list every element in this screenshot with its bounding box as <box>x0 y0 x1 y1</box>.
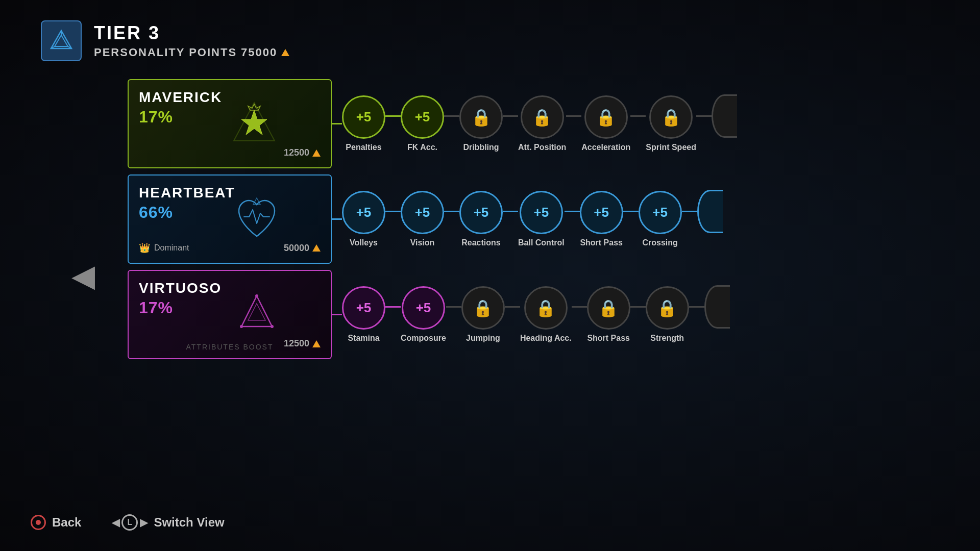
crown-icon: 👑 <box>139 242 150 254</box>
node-reactions-label: Reactions <box>461 238 500 247</box>
maverick-cost: 12500 <box>284 147 321 158</box>
node-crossing-circle: +5 <box>639 191 682 234</box>
nc2 <box>444 115 459 117</box>
node-penalties-value: +5 <box>356 109 372 125</box>
maverick-cost-value: 12500 <box>284 147 309 158</box>
nc-v1 <box>385 306 401 308</box>
switch-view-label: Switch View <box>154 515 224 530</box>
heartbeat-cost-value: 50000 <box>284 243 309 254</box>
node-acceleration-label: Acceleration <box>581 143 630 152</box>
node-volleys-value: +5 <box>356 205 372 220</box>
node-short-pass-hb[interactable]: +5 Short Pass <box>580 191 623 247</box>
virtuoso-cost-icon <box>312 340 321 347</box>
lock-icon-att: 🔒 <box>532 108 552 127</box>
node-reactions[interactable]: +5 Reactions <box>459 191 503 247</box>
node-crossing[interactable]: +5 Crossing <box>639 191 682 247</box>
lock-icon-accel: 🔒 <box>596 108 616 127</box>
maverick-name-block: MAVERICK 17% <box>139 89 222 127</box>
node-sho-partial-circle <box>704 285 730 329</box>
nc-hb6 <box>682 211 697 212</box>
node-heading-acc-label: Heading Acc. <box>520 334 572 343</box>
node-ball-control-label: Ball Control <box>518 238 565 247</box>
node-short-pass-v-circle: 🔒 <box>587 286 630 330</box>
svg-marker-10 <box>248 304 265 320</box>
virtuoso-row: VIRTUOSO 17% 12500 ATTRIBUTES BOOST <box>128 270 980 359</box>
node-strength: 🔒 Strength <box>646 286 689 343</box>
personality-points: PERSONALITY POINTS 75000 <box>94 46 289 59</box>
node-sprint-speed-circle: 🔒 <box>649 95 693 139</box>
l-badge: L <box>121 514 138 531</box>
nc-v5 <box>630 306 646 308</box>
heartbeat-cost: 50000 <box>284 243 321 254</box>
footer: Back ◀ L ▶ Switch View <box>31 514 225 531</box>
heartbeat-name: HEARTBEAT <box>139 185 235 201</box>
virtuoso-card-top: VIRTUOSO 17% <box>139 280 321 317</box>
node-stamina-label: Stamina <box>348 334 379 343</box>
node-reactions-value: +5 <box>474 205 489 220</box>
virtuoso-card[interactable]: VIRTUOSO 17% 12500 ATTRIBUTES BOOST <box>128 270 332 359</box>
svg-marker-6 <box>241 110 267 135</box>
back-button[interactable]: Back <box>31 515 81 530</box>
nc5 <box>630 115 646 117</box>
svg-point-12 <box>271 325 274 328</box>
node-ball-control[interactable]: +5 Ball Control <box>518 191 565 247</box>
node-fkacc[interactable]: +5 FK Acc. <box>401 95 444 152</box>
node-vision-circle: +5 <box>401 191 444 234</box>
svg-point-11 <box>255 294 258 297</box>
back-label: Back <box>52 515 81 530</box>
switch-view-wrap: ◀ L ▶ <box>112 514 148 531</box>
maverick-name: MAVERICK <box>139 89 222 106</box>
node-sho-partial <box>704 285 730 344</box>
heartbeat-card[interactable]: HEARTBEAT 66% 👑 Dominant 50000 <box>128 174 332 264</box>
dominant-label: 👑 Dominant <box>139 242 189 254</box>
node-jumping: 🔒 Jumping <box>461 286 505 343</box>
node-composure-value: +5 <box>416 300 431 316</box>
virtuoso-cost: 12500 <box>284 338 321 349</box>
svg-point-13 <box>240 325 243 328</box>
tier-title: TIER 3 <box>94 22 289 44</box>
nc-v4 <box>572 306 587 308</box>
tier-icon <box>41 20 82 61</box>
lock-icon-dribbling: 🔒 <box>471 108 492 127</box>
node-sprint-speed: 🔒 Sprint Speed <box>646 95 696 152</box>
dominant-text: Dominant <box>154 243 189 253</box>
maverick-card-bottom: 12500 <box>139 147 321 158</box>
l-arrow-left: ◀ <box>112 516 119 529</box>
virtuoso-name: VIRTUOSO <box>139 280 222 296</box>
node-penalties[interactable]: +5 Penalties <box>342 95 385 152</box>
nc-hb4 <box>565 211 580 212</box>
maverick-card[interactable]: MAVERICK 17% 12500 <box>128 79 332 168</box>
header: TIER 3 PERSONALITY POINTS 75000 <box>41 20 289 61</box>
maverick-cost-icon <box>312 149 321 157</box>
node-stamina[interactable]: +5 Stamina <box>342 286 385 343</box>
node-reactions-circle: +5 <box>459 191 503 234</box>
node-stamina-value: +5 <box>356 300 372 316</box>
node-fi-partial <box>712 94 737 153</box>
maverick-connector <box>332 123 342 124</box>
node-ball-control-value: +5 <box>534 205 549 220</box>
back-button-circle <box>31 515 46 530</box>
nc-v2 <box>446 306 461 308</box>
node-lon-partial <box>697 190 723 248</box>
personality-points-value: 75000 <box>241 46 277 59</box>
virtuoso-nodes: +5 Stamina +5 Composure 🔒 Jumping <box>342 285 980 344</box>
node-composure[interactable]: +5 Composure <box>401 286 446 343</box>
node-vision[interactable]: +5 Vision <box>401 191 444 247</box>
node-volleys-label: Volleys <box>350 238 378 247</box>
node-volleys[interactable]: +5 Volleys <box>342 191 385 247</box>
heartbeat-percent: 66% <box>139 203 235 222</box>
nc6 <box>696 115 712 117</box>
rows-container: MAVERICK 17% 12500 <box>128 79 980 359</box>
left-nav-arrow[interactable]: ◀ <box>71 258 95 293</box>
nc-v3 <box>505 306 520 308</box>
switch-view-button[interactable]: ◀ L ▶ Switch View <box>112 514 224 531</box>
node-crossing-value: +5 <box>652 205 668 220</box>
heartbeat-name-block: HEARTBEAT 66% <box>139 185 235 222</box>
warning-icon <box>281 49 289 56</box>
node-jumping-circle: 🔒 <box>461 286 505 330</box>
heartbeat-row: HEARTBEAT 66% 👑 Dominant 50000 <box>128 174 980 264</box>
nc4 <box>566 115 581 117</box>
svg-marker-9 <box>241 296 272 327</box>
node-dribbling: 🔒 Dribbling <box>459 95 503 152</box>
node-dribbling-label: Dribbling <box>463 143 499 152</box>
